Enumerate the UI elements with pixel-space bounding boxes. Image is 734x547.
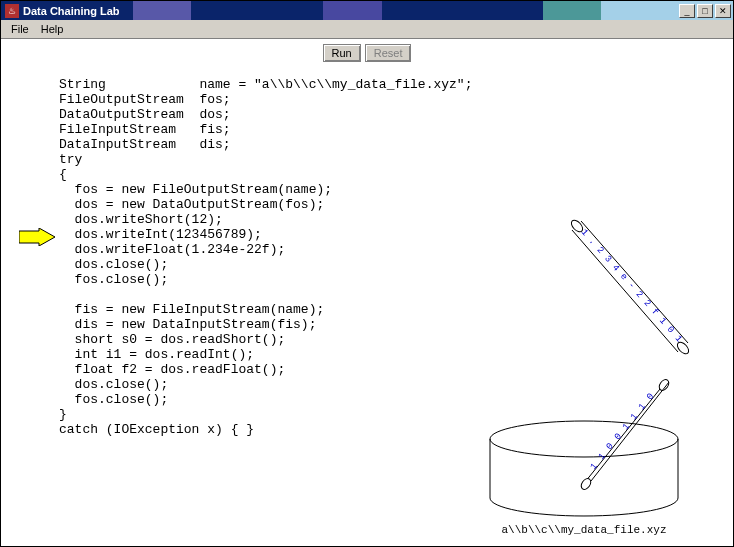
menubar: File Help xyxy=(1,20,733,39)
code-listing: String name = "a\\b\\c\\my_data_file.xyz… xyxy=(59,77,472,437)
lower-stream-bits: 1 1 0 0 1 1 1 0 xyxy=(589,391,657,472)
toolbar: Run Reset xyxy=(1,39,733,67)
upper-stream-bits: 1 . 2 3 4 e - 2 2 f 1 0 1 1 1 0 xyxy=(449,206,688,349)
svg-point-7 xyxy=(579,477,592,491)
menu-help[interactable]: Help xyxy=(35,21,70,37)
svg-marker-0 xyxy=(19,228,55,246)
maximize-button[interactable]: □ xyxy=(697,4,713,18)
svg-point-1 xyxy=(490,421,678,457)
window-title: Data Chaining Lab xyxy=(23,5,677,17)
window-controls: _ □ ✕ xyxy=(677,4,731,18)
app-icon: ♨ xyxy=(5,4,19,18)
minimize-button[interactable]: _ xyxy=(679,4,695,18)
file-caption: a\\b\\c\\my_data_file.xyz xyxy=(449,524,719,536)
reset-button[interactable]: Reset xyxy=(365,44,412,62)
svg-line-6 xyxy=(591,382,669,481)
run-button[interactable]: Run xyxy=(323,44,361,62)
stream-visualization: 1 1 0 0 1 1 1 0 1 . 2 3 4 e - 2 2 f 1 0 … xyxy=(449,206,719,536)
svg-line-9 xyxy=(572,230,678,352)
menu-file[interactable]: File xyxy=(5,21,35,37)
execution-pointer-icon xyxy=(19,228,55,246)
stream-svg: 1 1 0 0 1 1 1 0 1 . 2 3 4 e - 2 2 f 1 0 … xyxy=(449,206,719,526)
titlebar: ♨ Data Chaining Lab _ □ ✕ xyxy=(1,1,733,20)
close-button[interactable]: ✕ xyxy=(715,4,731,18)
content-area: String name = "a\\b\\c\\my_data_file.xyz… xyxy=(1,67,733,546)
